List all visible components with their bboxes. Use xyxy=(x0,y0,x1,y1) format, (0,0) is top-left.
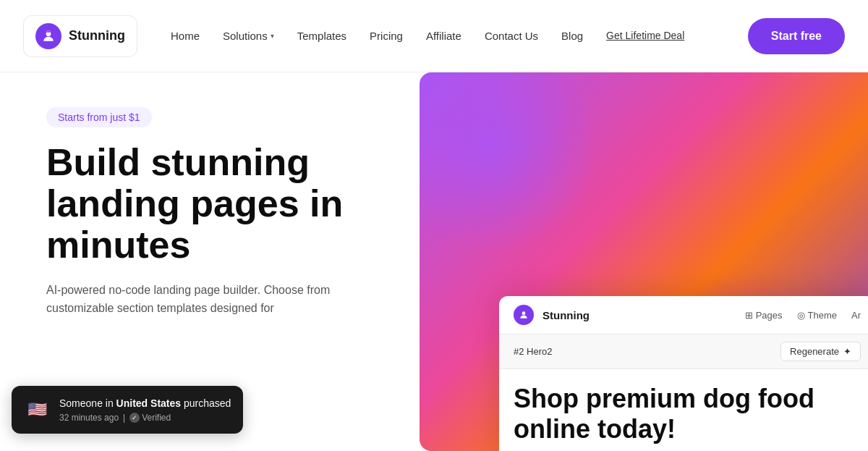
hero-subtitle: AI-powered no-code landing page builder.… xyxy=(46,281,379,318)
chevron-down-icon: ▾ xyxy=(271,32,274,40)
app-preview-logo-icon xyxy=(514,305,534,325)
nav-templates[interactable]: Templates xyxy=(287,24,357,48)
logo-icon xyxy=(35,23,61,49)
nav-solutions[interactable]: Solutions ▾ xyxy=(213,24,284,48)
app-tab-pages[interactable]: ⊞ Pages xyxy=(745,310,783,321)
toast-time: 32 minutes ago xyxy=(59,413,119,423)
hero-visual: Stunning ⊞ Pages ◎ Theme Ar #2 Her xyxy=(420,72,868,451)
nav-contact[interactable]: Contact Us xyxy=(475,24,548,48)
theme-icon: ◎ xyxy=(797,310,805,321)
app-tab-ar[interactable]: Ar xyxy=(851,310,861,321)
navbar: Stunning Home Solutions ▾ Templates Pric… xyxy=(0,0,868,72)
app-preview-card: Stunning ⊞ Pages ◎ Theme Ar #2 Her xyxy=(499,296,868,451)
app-preview-header: Stunning ⊞ Pages ◎ Theme Ar xyxy=(499,296,868,334)
gradient-blob-1 xyxy=(420,72,600,253)
regenerate-icon: ✦ xyxy=(843,346,851,357)
svg-point-2 xyxy=(522,312,526,316)
app-tab-theme[interactable]: ◎ Theme xyxy=(797,310,837,321)
toolbar-section-label: #2 Hero2 xyxy=(514,346,552,357)
hero-title: Build stunning landing pages in minutes xyxy=(46,142,385,266)
nav-blog[interactable]: Blog xyxy=(551,24,593,48)
preview-shop-title: Shop premium dog food online today! xyxy=(514,384,861,444)
start-free-button[interactable]: Start free xyxy=(748,18,845,54)
nav-pricing[interactable]: Pricing xyxy=(359,24,413,48)
toast-content: Someone in United States purchased 32 mi… xyxy=(59,397,231,423)
app-preview-brand: Stunning xyxy=(542,309,590,321)
toast-meta: 32 minutes ago | ✓ Verified xyxy=(59,413,231,423)
logo[interactable]: Stunning xyxy=(23,15,137,57)
app-preview-toolbar: #2 Hero2 Regenerate ✦ xyxy=(499,334,868,369)
nav-affiliate[interactable]: Affiliate xyxy=(416,24,472,48)
nav-links: Home Solutions ▾ Templates Pricing Affil… xyxy=(161,23,748,48)
nav-home[interactable]: Home xyxy=(161,24,210,48)
pricing-badge: Starts from just $1 xyxy=(46,107,152,127)
app-preview-content: Shop premium dog food online today! xyxy=(499,369,868,451)
verified-icon: ✓ xyxy=(129,413,140,423)
nav-lifetime-deal[interactable]: Get Lifetime Deal xyxy=(596,23,694,48)
regenerate-button[interactable]: Regenerate ✦ xyxy=(780,342,861,361)
social-proof-toast: 🇺🇸 Someone in United States purchased 32… xyxy=(12,386,243,434)
app-preview-tabs: ⊞ Pages ◎ Theme Ar xyxy=(745,310,861,321)
toast-verified-badge: ✓ Verified xyxy=(129,413,171,423)
pages-icon: ⊞ xyxy=(745,310,753,321)
logo-text: Stunning xyxy=(69,28,125,43)
toast-country: United States xyxy=(116,397,181,409)
svg-rect-1 xyxy=(46,30,51,32)
toast-flag: 🇺🇸 xyxy=(23,396,51,423)
toast-message: Someone in United States purchased xyxy=(59,397,231,411)
